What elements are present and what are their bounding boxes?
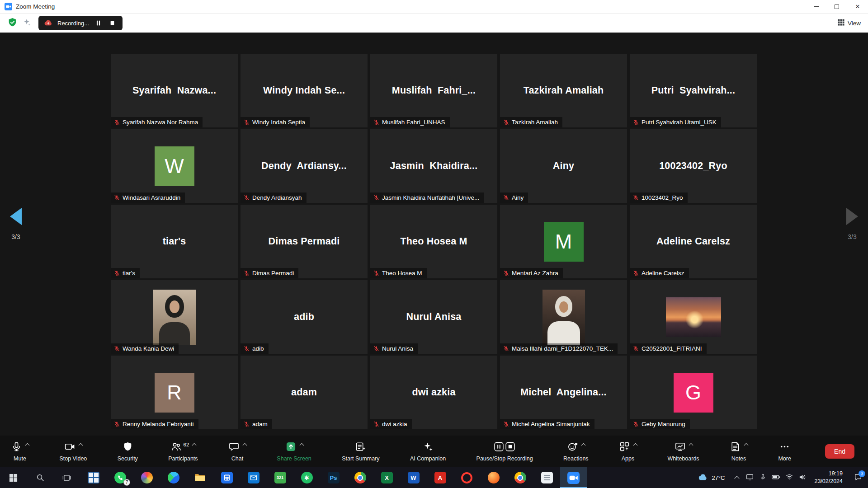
close-button[interactable]: ✕ [847,0,868,13]
participant-name-label: Muslifah Fahri_UNHAS [370,117,450,127]
participant-tile[interactable]: Adeline CarelszAdeline Carelsz [630,205,757,278]
control-security[interactable]: Security [118,441,138,462]
taskbar-app-multicolor-app[interactable] [133,467,160,488]
taskbar-app-chrome-2[interactable] [507,467,533,488]
end-meeting-button[interactable]: End [825,444,854,459]
control-mute[interactable]: Mute [11,441,29,462]
tray-expand-button[interactable] [730,467,743,488]
taskbar-app-green-flower-app[interactable]: ✱ [293,467,320,488]
control-start-summary[interactable]: Start Summary [342,441,379,462]
chevron-up-icon[interactable] [581,443,585,447]
taskbar-app-mail[interactable] [240,467,267,488]
participant-tile[interactable]: Maisa Illahi darni_F1D122070_TEK... [500,280,627,354]
participant-tile[interactable]: Dendy Ardiansy...Dendy Ardiansyah [241,129,368,203]
participant-tile[interactable]: C20522001_FITRIANI [630,280,757,354]
participant-avatar: R [155,373,194,413]
taskbar-app-excel[interactable]: X [373,467,400,488]
taskbar-app-opera[interactable] [453,467,480,488]
chevron-up-icon[interactable] [744,443,749,447]
control-participants[interactable]: 62Participants [168,441,198,462]
chevron-up-icon[interactable] [78,443,83,447]
tray-network-button[interactable] [783,467,796,488]
participant-tile[interactable]: MMentari Az Zahra [500,205,627,278]
control-whiteboards[interactable]: Whiteboards [667,441,699,462]
participant-tile[interactable]: adibadib [241,280,368,354]
participant-name-label: Adeline Carelsz [630,268,689,278]
control-ai-companion[interactable]: AI Companion [410,441,446,462]
maximize-button[interactable] [826,0,847,13]
taskbar-app-photoshop[interactable]: Ps [320,467,347,488]
chevron-up-icon[interactable] [243,443,247,447]
taskbar-app-file-explorer[interactable] [187,467,213,488]
stop-recording-button[interactable] [108,20,117,26]
previous-page-button[interactable] [10,208,22,225]
control-stop-video[interactable]: Stop Video [59,441,87,462]
participant-tile[interactable]: tiar'stiar's [111,205,238,278]
taskbar-app-edge[interactable] [160,467,187,488]
control-apps[interactable]: Apps [619,441,637,462]
participant-tile[interactable]: AinyAiny [500,129,627,203]
chevron-up-icon[interactable] [689,443,693,447]
taskbar-clock[interactable]: 19:19 23/02/2024 [809,467,848,488]
participant-tile[interactable]: Muslifah Fahri_...Muslifah Fahri_UNHAS [370,54,497,127]
chevron-up-icon[interactable] [633,443,638,447]
tray-mic-button[interactable] [756,467,769,488]
taskbar-app-whatsapp[interactable]: 7 [107,467,133,488]
file-explorer-icon [194,473,206,482]
taskbar-app-blue-tiles-app[interactable] [80,467,107,488]
participant-tile[interactable]: RRenny Melanda Febriyanti [111,356,238,429]
participant-name-label: Windy Indah Septia [241,117,310,127]
mic-muted-icon [244,119,250,125]
chevron-up-icon[interactable] [25,443,30,447]
participant-tile[interactable]: Nurul AnisaNurul Anisa [370,280,497,354]
taskbar-app-calculator[interactable] [213,467,240,488]
display-icon [746,473,754,482]
participant-tile[interactable]: Dimas PermadiDimas Permadi [241,205,368,278]
control-chat[interactable]: Chat [228,441,246,462]
notification-center-button[interactable]: 3 [848,467,868,488]
participant-tile[interactable]: 10023402_Ryo10023402_Ryo [630,129,757,203]
control-notes[interactable]: Notes [730,441,748,462]
taskbar-app-green-321-app[interactable]: 321 [267,467,293,488]
participant-tile[interactable]: Theo Hosea MTheo Hosea M [370,205,497,278]
participant-tile[interactable]: Syarifah Nazwa...Syarifah Nazwa Nor Rahm… [111,54,238,127]
control-reactions[interactable]: Reactions [563,441,589,462]
participant-tile[interactable]: WWindasari Asraruddin [111,129,238,203]
taskbar-app-acrobat[interactable]: A [427,467,453,488]
control-pause-stop-recording[interactable]: Pause/Stop Recording [476,441,533,462]
participant-tile[interactable]: Michel Angelina...Michel Angelina Simanj… [500,356,627,429]
chevron-up-icon[interactable] [299,443,304,447]
control-share-screen[interactable]: Share Screen [277,441,311,462]
view-button[interactable]: View [838,19,861,27]
taskbar-app-start[interactable] [0,467,27,488]
participant-tile[interactable]: dwi azkiadwi azkia [370,356,497,429]
taskbar-app-task-view[interactable] [53,467,80,488]
participant-tile[interactable]: Jasmin Khaidira...Jasmin Khaidira Nurfat… [370,129,497,203]
taskbar-app-orange-browser[interactable] [480,467,507,488]
minimize-button[interactable] [806,0,826,13]
chevron-up-icon[interactable] [192,443,197,447]
control-more[interactable]: More [778,441,791,462]
pause-recording-button[interactable] [94,20,103,26]
taskbar-app-notepad[interactable] [533,467,560,488]
participant-tile[interactable]: adamadam [241,356,368,429]
tray-volume-button[interactable] [796,467,809,488]
calculator-icon [221,472,233,483]
taskbar-app-chrome[interactable] [347,467,373,488]
participant-tile[interactable]: Putri Syahvirah...Putri Syahvirah Utami_… [630,54,757,127]
participant-tile[interactable]: GGeby Manurung [630,356,757,429]
mic-muted-icon [633,270,639,276]
tray-display-button[interactable] [743,467,756,488]
taskbar-app-word[interactable]: W [400,467,427,488]
participant-tile[interactable]: Wanda Kania Dewi [111,280,238,354]
participant-tile[interactable]: Windy Indah Se...Windy Indah Septia [241,54,368,127]
taskbar-app-search[interactable] [27,467,53,488]
tray-battery-button[interactable] [769,467,783,488]
participant-tile[interactable]: Tazkirah AmaliahTazkirah Amaliah [500,54,627,127]
chrome-2-icon [514,472,526,483]
next-page-button[interactable] [846,208,858,225]
taskbar-app-zoom[interactable] [560,467,587,488]
participant-name-text: Ainy [512,194,524,201]
ai-sparkle-icon[interactable] [22,18,31,28]
taskbar-weather[interactable]: 27°C [693,467,730,488]
